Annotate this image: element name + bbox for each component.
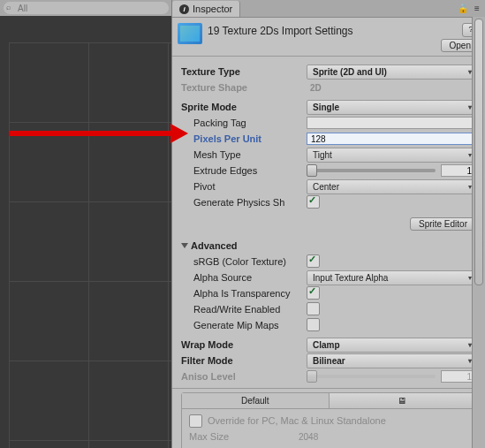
- search-input[interactable]: [4, 2, 169, 14]
- tab-bar: i Inspector 🔒 ≡: [172, 0, 485, 18]
- panel-menu-icon[interactable]: ≡: [471, 2, 483, 14]
- scene-viewport[interactable]: [0, 16, 172, 448]
- label-alpha-source: Alpha Source: [193, 272, 307, 283]
- scene-panel: ⌕: [0, 0, 172, 448]
- annotation-arrow: [9, 131, 172, 136]
- label-wrap-mode: Wrap Mode: [181, 339, 307, 350]
- foldout-icon: [181, 243, 188, 248]
- checkbox-srgb[interactable]: [307, 254, 320, 268]
- platform-tab-default[interactable]: Default: [182, 393, 330, 408]
- label-texture-type: Texture Type: [181, 66, 307, 77]
- label-pivot: Pivot: [193, 181, 307, 192]
- dropdown-pivot[interactable]: Center▾: [307, 179, 476, 194]
- label-alpha-transparency: Alpha Is Transparency: [193, 288, 307, 299]
- label-gen-physics: Generate Physics Sh: [193, 197, 307, 208]
- slider-aniso: [307, 375, 436, 378]
- inspector-body: Texture Type Sprite (2D and UI)▾ Texture…: [172, 57, 485, 448]
- checkbox-gen-mipmaps[interactable]: [307, 318, 320, 331]
- dropdown-sprite-mode[interactable]: Single▾: [307, 100, 476, 115]
- tab-inspector[interactable]: i Inspector: [172, 1, 240, 17]
- scrollbar[interactable]: [472, 17, 485, 448]
- label-mesh-type: Mesh Type: [193, 149, 307, 160]
- page-title: 19 Texture 2Ds Import Settings: [208, 23, 436, 37]
- lock-icon[interactable]: 🔒: [457, 2, 469, 14]
- search-bar: ⌕: [0, 0, 172, 17]
- dropdown-filter-mode[interactable]: Bilinear▾: [307, 353, 476, 368]
- input-packing-tag[interactable]: [307, 117, 476, 129]
- input-extrude-edges[interactable]: [441, 164, 476, 177]
- dropdown-alpha-source[interactable]: Input Texture Alpha▾: [307, 270, 476, 285]
- label-texture-shape: Texture Shape: [181, 82, 307, 93]
- value-texture-shape: 2D: [307, 83, 476, 93]
- dropdown-wrap-mode[interactable]: Clamp▾: [307, 338, 476, 353]
- label-packing-tag: Packing Tag: [193, 118, 307, 128]
- inspector-panel: i Inspector 🔒 ≡ 19 Texture 2Ds Import Se…: [171, 0, 485, 448]
- value-max-size: 2048: [295, 432, 468, 442]
- label-sprite-mode: Sprite Mode: [181, 102, 307, 112]
- slider-extrude-edges[interactable]: [307, 169, 436, 172]
- label-override: Override for PC, Mac & Linux Standalone: [208, 415, 386, 426]
- checkbox-read-write[interactable]: [307, 302, 320, 315]
- tab-label: Inspector: [193, 4, 232, 14]
- search-icon: ⌕: [6, 3, 11, 11]
- sprite-editor-button[interactable]: Sprite Editor: [410, 217, 476, 231]
- foldout-advanced[interactable]: Advanced: [181, 238, 476, 254]
- label-pixels-per-unit: Pixels Per Unit: [193, 133, 307, 144]
- label-srgb: sRGB (Color Texture): [193, 256, 307, 267]
- scrollbar-thumb[interactable]: [474, 19, 483, 285]
- texture-icon: [178, 23, 202, 44]
- checkbox-override[interactable]: [189, 414, 202, 428]
- label-read-write: Read/Write Enabled: [193, 304, 307, 315]
- checkbox-gen-physics[interactable]: [307, 195, 320, 209]
- info-icon: i: [179, 4, 189, 14]
- platform-tab-standalone[interactable]: 🖥: [330, 393, 476, 408]
- dropdown-texture-type[interactable]: Sprite (2D and UI)▾: [307, 65, 476, 80]
- input-aniso: [441, 370, 476, 383]
- label-max-size: Max Size: [189, 431, 295, 442]
- platform-settings: Default 🖥 Override for PC, Mac & Linux S…: [181, 392, 476, 448]
- inspector-header: 19 Texture 2Ds Import Settings ? Open: [172, 18, 485, 57]
- label-extrude-edges: Extrude Edges: [193, 165, 307, 176]
- dropdown-mesh-type[interactable]: Tight▾: [307, 148, 476, 163]
- label-aniso: Aniso Level: [181, 371, 307, 382]
- checkbox-alpha-transparency[interactable]: [307, 286, 320, 300]
- label-gen-mipmaps: Generate Mip Maps: [193, 320, 307, 330]
- input-pixels-per-unit[interactable]: [307, 133, 476, 145]
- label-filter-mode: Filter Mode: [181, 355, 307, 366]
